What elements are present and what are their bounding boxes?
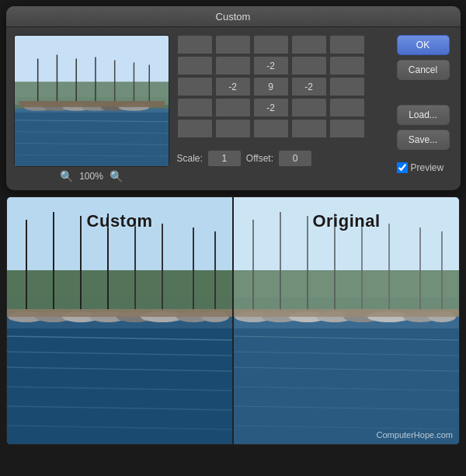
- ok-button[interactable]: OK: [397, 35, 450, 55]
- zoom-controls: 🔍 100% 🔍: [60, 170, 123, 182]
- matrix-cell-2-3[interactable]: [291, 77, 327, 96]
- matrix-cell-0-0[interactable]: [177, 35, 213, 54]
- matrix-cell-0-2[interactable]: [253, 35, 289, 54]
- marina-scene: [15, 36, 169, 166]
- dialog-titlebar: Custom: [6, 6, 461, 27]
- svg-rect-54: [234, 328, 459, 444]
- dialog-title: Custom: [216, 11, 251, 23]
- custom-dialog: Custom: [6, 6, 461, 190]
- matrix-cell-0-3[interactable]: [291, 35, 327, 54]
- matrix-cell-4-0[interactable]: [177, 119, 213, 137]
- zoom-out-button[interactable]: 🔍: [60, 170, 73, 182]
- matrix-cell-0-1[interactable]: [215, 35, 251, 54]
- original-panel: Original: [234, 197, 459, 444]
- preview-area: 🔍 100% 🔍: [14, 35, 169, 182]
- preview-label: Preview: [411, 162, 444, 173]
- matrix-cell-2-2[interactable]: [253, 77, 289, 96]
- matrix-cell-3-4[interactable]: [329, 98, 365, 116]
- custom-panel: Custom: [7, 197, 232, 444]
- matrix-cell-3-1[interactable]: [215, 98, 251, 116]
- matrix-cell-2-1[interactable]: [215, 77, 251, 96]
- svg-rect-44: [7, 309, 232, 317]
- offset-label: Offset:: [246, 153, 273, 164]
- svg-rect-72: [234, 309, 459, 317]
- matrix-cell-1-1[interactable]: [215, 56, 251, 75]
- matrix-cell-2-0[interactable]: [177, 77, 213, 96]
- offset-input[interactable]: [278, 150, 312, 167]
- watermark: ComputerHope.com: [377, 430, 453, 440]
- matrix-cell-4-1[interactable]: [215, 119, 251, 137]
- dialog-body: 🔍 100% 🔍 Scale: Offset: OK Cancel Load..…: [6, 27, 461, 190]
- panel-divider: [232, 197, 234, 444]
- scale-input[interactable]: [207, 150, 242, 167]
- comparison-area: Custom: [6, 196, 460, 445]
- zoom-value: 100%: [79, 171, 103, 182]
- custom-panel-label: Custom: [87, 211, 153, 231]
- matrix-cell-3-2[interactable]: [253, 98, 289, 116]
- matrix-cell-4-4[interactable]: [329, 119, 365, 137]
- matrix-cell-1-3[interactable]: [291, 56, 327, 75]
- original-panel-label: Original: [312, 211, 380, 231]
- preview-check-row: Preview: [397, 162, 451, 173]
- save-button[interactable]: Save...: [397, 130, 450, 150]
- matrix-cell-1-4[interactable]: [329, 56, 365, 75]
- matrix-cell-3-0[interactable]: [177, 98, 213, 116]
- matrix-cell-1-2[interactable]: [253, 56, 289, 75]
- buttons-area: OK Cancel Load... Save... Preview: [397, 35, 451, 173]
- matrix-section: Scale: Offset:: [177, 35, 389, 167]
- scale-label: Scale:: [177, 153, 203, 164]
- svg-rect-26: [7, 328, 232, 444]
- matrix-cell-1-0[interactable]: [177, 56, 213, 75]
- preview-image: [14, 35, 169, 167]
- preview-checkbox[interactable]: [397, 162, 408, 173]
- load-button[interactable]: Load...: [397, 105, 450, 125]
- matrix-cell-4-2[interactable]: [253, 119, 289, 137]
- matrix-cell-0-4[interactable]: [329, 35, 365, 54]
- zoom-in-button[interactable]: 🔍: [110, 170, 123, 182]
- cancel-button[interactable]: Cancel: [397, 60, 450, 80]
- matrix-cell-2-4[interactable]: [329, 77, 365, 96]
- matrix-grid: [177, 35, 389, 137]
- svg-rect-18: [18, 101, 164, 107]
- matrix-cell-4-3[interactable]: [291, 119, 327, 137]
- scale-offset-row: Scale: Offset:: [177, 150, 389, 167]
- matrix-cell-3-3[interactable]: [291, 98, 327, 116]
